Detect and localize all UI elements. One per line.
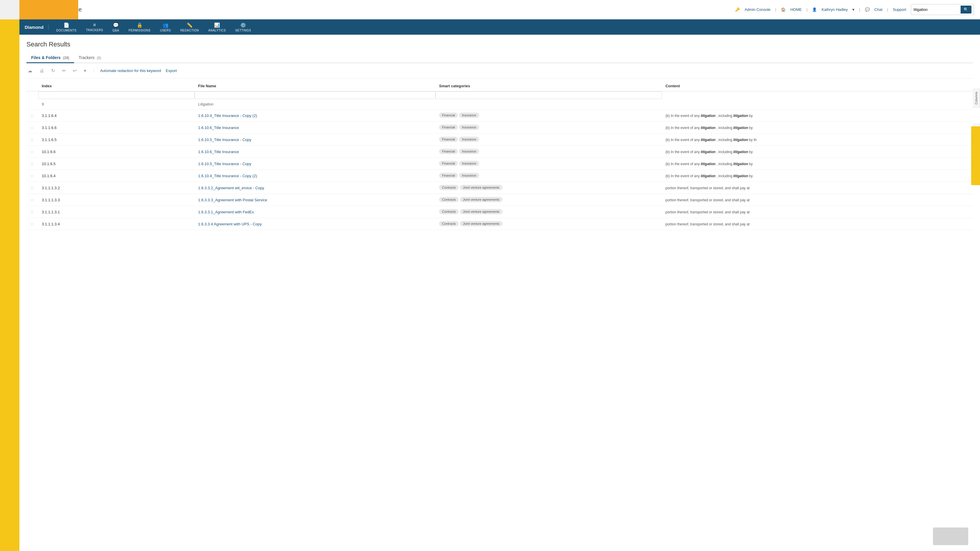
results-table: Index File Name Smart categories Content…	[27, 81, 973, 230]
search-input[interactable]	[913, 7, 961, 12]
home-link[interactable]: HOME	[790, 7, 802, 12]
star-icon[interactable]: ☆	[30, 137, 34, 142]
users-icon: 👥	[162, 22, 169, 28]
categories-cell: ContractsJoint venture agreements	[436, 182, 662, 194]
content-cell: (b) In the event of any litigation , inc…	[662, 158, 973, 170]
nav-label-users: USERS	[160, 29, 171, 32]
star-cell[interactable]: ☆	[27, 182, 38, 194]
nav-item-analytics[interactable]: 📊 ANALYTICS	[204, 21, 231, 34]
user-icon: 👤	[812, 7, 817, 12]
header-right: 🔑 Admin Console | 🏠 HOME | 👤 Kathryn Had…	[735, 4, 974, 15]
nav-label-settings: SETTINGS	[235, 29, 251, 32]
export-link[interactable]: Export	[166, 68, 177, 73]
refresh-icon[interactable]: ↻	[50, 67, 56, 75]
filename-cell[interactable]: 1.6.3.3.3_Agreement with Postal Service	[195, 194, 436, 206]
content-cell: (b) In the event of any litigation , inc…	[662, 134, 973, 146]
filename-cell[interactable]: 1.6.3.3.2_Agreement wit_ervice - Copy	[195, 182, 436, 194]
category-badge: Joint venture agreements	[460, 185, 502, 190]
star-cell[interactable]: ☆	[27, 122, 38, 134]
filename-cell[interactable]: 1.6.10.4_Title Insurance - Copy (2)	[195, 170, 436, 182]
filter-filename-input[interactable]	[195, 91, 436, 99]
nav-item-trackers[interactable]: ≡ TRACKERS	[81, 21, 108, 34]
nav-item-permissions[interactable]: 🔒 PERMISSIONS	[124, 21, 155, 34]
filename-cell[interactable]: 1.6.3.3.1_Agreement with FedEx	[195, 206, 436, 218]
print-icon[interactable]: 🖨	[38, 67, 45, 75]
columns-panel[interactable]: Columns	[973, 88, 980, 108]
filename-cell[interactable]: 1.6.10.6_Title Insurance	[195, 146, 436, 158]
page-title: Search Results	[27, 41, 973, 48]
star-icon[interactable]: ☆	[30, 210, 34, 214]
nav-item-users[interactable]: 👥 USERS	[155, 21, 175, 34]
filter-index-input[interactable]	[38, 91, 195, 99]
star-cell[interactable]: ☆	[27, 134, 38, 146]
settings-icon: ⚙️	[240, 22, 246, 28]
edit-icon[interactable]: ✏	[61, 67, 67, 75]
star-icon[interactable]: ☆	[30, 222, 34, 227]
nav-bar: Diamond 📄 DOCUMENTS ≡ TRACKERS 💬 Q&A 🔒 P…	[19, 19, 980, 35]
table-row: ☆ 10.1.6.4 1.6.10.4_Title Insurance - Co…	[27, 170, 973, 182]
star-cell	[27, 99, 38, 110]
category-badge: Financial	[439, 125, 458, 130]
star-cell[interactable]: ☆	[27, 194, 38, 206]
content-cell: portion thereof, transported or stored, …	[662, 182, 973, 194]
categories-cell: ContractsJoint venture agreements	[436, 206, 662, 218]
star-cell[interactable]: ☆	[27, 146, 38, 158]
star-cell[interactable]: ☆	[27, 158, 38, 170]
support-link[interactable]: Support	[892, 7, 906, 12]
nav-item-qa[interactable]: 💬 Q&A	[108, 21, 124, 34]
star-cell[interactable]: ☆	[27, 170, 38, 182]
nav-brand: Diamond	[22, 25, 49, 30]
nav-item-documents[interactable]: 📄 DOCUMENTS	[51, 21, 81, 34]
category-badge: Insurance	[459, 125, 479, 130]
user-menu[interactable]: Kathryn Hadley	[821, 7, 848, 12]
upload-icon[interactable]: ☁	[27, 67, 33, 75]
filename-cell[interactable]: 1.6.10.6_Title Insurance	[195, 122, 436, 134]
nav-item-settings[interactable]: ⚙️ SETTINGS	[231, 21, 256, 34]
undo-chevron-icon[interactable]: ▾	[83, 67, 88, 75]
tab-trackers[interactable]: Trackers (6)	[74, 53, 106, 63]
star-cell[interactable]: ☆	[27, 218, 38, 230]
categories-cell: FinancialInsurance	[436, 122, 662, 134]
filename-cell[interactable]: 1.6.10.5_Title Insurance - Copy	[195, 134, 436, 146]
star-icon[interactable]: ☆	[30, 113, 34, 118]
automate-redaction-link[interactable]: Automate redaction for this keyword	[100, 68, 161, 73]
categories-cell: ContractsJoint venture agreements	[436, 218, 662, 230]
admin-console-link[interactable]: Admin Console	[745, 7, 770, 12]
scroll-indicator[interactable]	[933, 527, 968, 545]
tab-files-folders-label: Files & Folders	[31, 55, 60, 60]
search-button[interactable]: 🔍	[961, 6, 972, 14]
nav-item-redaction[interactable]: ✏️ REDACTION	[175, 21, 204, 34]
undo-icon[interactable]: ↩	[72, 67, 78, 75]
index-cell: 3.1.1.6.5	[38, 134, 195, 146]
col-filename-header: File Name	[195, 81, 436, 91]
category-badge: Joint venture agreements	[460, 197, 502, 202]
star-icon[interactable]: ☆	[30, 197, 34, 202]
filter-categories-input[interactable]	[436, 91, 662, 99]
tab-files-folders[interactable]: Files & Folders (28)	[27, 53, 74, 63]
qa-icon: 💬	[113, 22, 119, 28]
star-icon[interactable]: ☆	[30, 161, 34, 166]
star-icon[interactable]: ☆	[30, 173, 34, 178]
category-badge: Contracts	[439, 197, 459, 202]
table-row: 9 Litigation	[27, 99, 973, 110]
home-icon: 🏠	[781, 7, 786, 12]
table-row: ☆ 10.1.6.6 1.6.10.6_Title Insurance Fina…	[27, 146, 973, 158]
table-header-row: Index File Name Smart categories Content	[27, 81, 973, 91]
filename-cell[interactable]: 1.6.3.3.4 Agreement with UPS - Copy	[195, 218, 436, 230]
star-icon[interactable]: ☆	[30, 186, 34, 191]
categories-cell: FinancialInsurance	[436, 134, 662, 146]
chat-link[interactable]: Chat	[875, 7, 882, 12]
star-cell[interactable]: ☆	[27, 206, 38, 218]
star-icon[interactable]: ☆	[30, 125, 34, 130]
star-cell[interactable]: ☆	[27, 110, 38, 122]
nav-label-analytics: ANALYTICS	[208, 29, 226, 32]
category-badge: Financial	[439, 137, 458, 142]
index-cell: 9	[38, 99, 195, 110]
categories-cell: FinancialInsurance	[436, 146, 662, 158]
filename-cell[interactable]: 1.6.10.4_Title Insurance - Copy (2)	[195, 110, 436, 122]
table-row: ☆ 10.1.6.5 1.6.10.5_Title Insurance - Co…	[27, 158, 973, 170]
trackers-icon: ≡	[93, 22, 96, 28]
star-icon[interactable]: ☆	[30, 149, 34, 154]
filename-cell[interactable]: 1.6.10.5_Title Insurance - Copy	[195, 158, 436, 170]
category-badge: Contracts	[439, 185, 459, 190]
